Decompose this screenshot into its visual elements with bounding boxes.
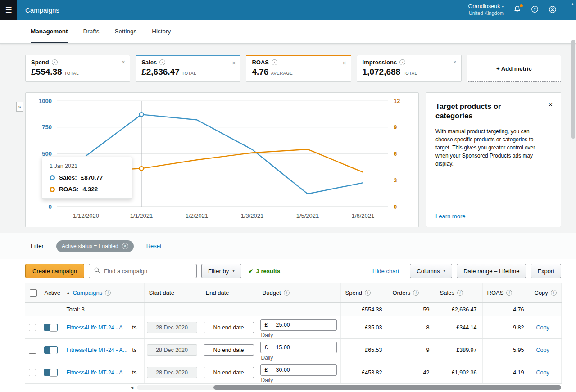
hide-chart-link[interactable]: Hide chart — [372, 268, 399, 275]
filter-by-dropdown[interactable]: Filter by ▾ — [201, 264, 241, 278]
budget-input[interactable] — [272, 367, 327, 373]
metric-card-roas: ROAS × 4.76AVERAGE — [246, 55, 351, 82]
tooltip-roas-value: 4.322 — [83, 186, 98, 193]
reset-filters-link[interactable]: Reset — [146, 243, 162, 249]
add-metric-button[interactable]: + Add metric — [467, 55, 561, 82]
tooltip-sales-row: Sales: £870.77 — [50, 174, 124, 181]
notifications-button[interactable] — [513, 5, 522, 15]
search-icon — [94, 267, 100, 275]
remove-filter-icon[interactable]: × — [122, 243, 128, 249]
budget-type: Daily — [261, 355, 340, 361]
svg-text:1/5/2021: 1/5/2021 — [296, 212, 319, 219]
close-icon[interactable]: × — [232, 59, 236, 67]
tab-management[interactable]: Management — [31, 20, 68, 43]
help-button[interactable]: ? — [531, 5, 539, 15]
profile-button[interactable] — [548, 5, 557, 15]
campaigns-table: Active ▲Campaigns Start date End date Bu… — [25, 283, 562, 384]
topbar-actions: Grandioseuk▾ United Kingdom ? — [468, 3, 576, 16]
metric-qualifier: TOTAL — [403, 71, 417, 76]
active-toggle[interactable] — [44, 346, 58, 354]
active-toggle[interactable] — [44, 369, 58, 376]
tooltip-date: 1 Jan 2021 — [50, 163, 124, 169]
metric-label: Sales — [141, 59, 157, 66]
chevron-down-icon: ▾ — [232, 269, 235, 273]
total-row: Total: 3 £554.38 59 £2,636.47 4.76 — [25, 303, 561, 316]
select-all-checkbox[interactable] — [30, 289, 37, 297]
campaign-name-link[interactable]: Fitness4Life MT-24 - A... — [62, 347, 131, 353]
info-icon — [399, 59, 405, 65]
table-header-row: Active ▲Campaigns Start date End date Bu… — [25, 283, 561, 303]
end-date-button[interactable]: No end date — [204, 344, 254, 356]
row-checkbox[interactable] — [29, 324, 36, 331]
header-campaigns[interactable]: Campaigns — [73, 289, 102, 296]
row-checkbox[interactable] — [29, 347, 36, 354]
date-range-button[interactable]: Date range – Lifetime — [457, 264, 526, 278]
row-checkbox[interactable] — [29, 369, 36, 376]
metric-value: 1,072,688 — [363, 67, 401, 77]
tooltip-roas-label: ROAS: — [59, 186, 79, 193]
copy-link[interactable]: Copy — [530, 324, 549, 331]
horizontal-scroll-thumb[interactable] — [213, 385, 561, 390]
copy-link[interactable]: Copy — [530, 347, 549, 353]
sales-series-dot-icon — [50, 175, 55, 180]
svg-text:6: 6 — [394, 150, 397, 157]
scroll-up-icon[interactable]: ▲ — [571, 2, 575, 6]
create-campaign-button[interactable]: Create campaign — [25, 264, 84, 278]
export-button[interactable]: Export — [531, 264, 561, 278]
metric-qualifier: AVERAGE — [271, 71, 293, 76]
account-switcher[interactable]: Grandioseuk▾ United Kingdom — [468, 3, 504, 16]
tab-drafts[interactable]: Drafts — [83, 20, 100, 43]
metric-card-spend: Spend × £554.38TOTAL — [25, 55, 130, 82]
header-active: Active — [45, 289, 60, 296]
active-status-filter-chip[interactable]: Active status = Enabled × — [56, 240, 134, 252]
campaign-row: Fitness4Life MT-24 - A... ts 28 Dec 2020… — [25, 316, 561, 339]
budget-input-group: £ — [260, 319, 337, 331]
metric-label: Impressions — [363, 59, 397, 66]
hamburger-menu-icon[interactable]: ☰ — [0, 0, 17, 20]
vertical-scroll-thumb[interactable] — [571, 40, 575, 139]
end-date-button[interactable]: No end date — [204, 322, 254, 333]
chevron-down-icon: ▾ — [502, 5, 504, 9]
spend-cell: £65.53 — [340, 339, 388, 361]
table-toolbar: Create campaign Filter by ▾ ✔ 3 results … — [0, 259, 576, 283]
close-icon[interactable]: × — [342, 59, 346, 67]
copy-link[interactable]: Copy — [530, 369, 549, 376]
expand-sidebar-button[interactable]: » — [16, 102, 23, 112]
orders-cell: 42 — [388, 361, 435, 384]
budget-input[interactable] — [272, 322, 327, 328]
end-date-button[interactable]: No end date — [204, 367, 254, 378]
active-toggle[interactable] — [44, 324, 58, 331]
metric-value: £554.38 — [31, 67, 62, 77]
campaign-row: Fitness4Life MT-24 - A... ts 28 Dec 2020… — [25, 339, 561, 361]
budget-input-group: £ — [260, 364, 337, 376]
total-roas: 4.76 — [482, 303, 530, 316]
campaign-name-link[interactable]: Fitness4Life MT-24 - A... — [62, 369, 131, 376]
header-roas: ROAS — [487, 289, 504, 296]
svg-text:1/1/2021: 1/1/2021 — [130, 212, 153, 219]
learn-more-link[interactable]: Learn more — [435, 213, 465, 220]
close-icon[interactable]: × — [453, 59, 457, 66]
user-icon — [548, 5, 557, 15]
tooltip-sales-value: £870.77 — [81, 174, 103, 181]
campaign-search-box — [89, 264, 197, 278]
account-name: Grandioseuk — [468, 3, 500, 9]
info-icon — [365, 290, 371, 296]
results-count: ✔ 3 results — [249, 268, 280, 275]
budget-input[interactable] — [272, 344, 327, 351]
info-icon — [413, 290, 419, 296]
campaign-name-link[interactable]: Fitness4Life MT-24 - A... — [62, 324, 131, 331]
horizontal-scroll-track[interactable] — [137, 385, 561, 390]
total-spend: £554.38 — [340, 303, 388, 316]
svg-text:1/6/2021: 1/6/2021 — [352, 212, 375, 219]
scroll-left-icon[interactable]: ◀ — [131, 386, 137, 390]
info-icon — [457, 290, 463, 296]
tab-settings[interactable]: Settings — [115, 20, 137, 43]
start-date-field: 28 Dec 2020 — [147, 322, 197, 333]
close-icon[interactable]: × — [549, 101, 553, 109]
header-budget: Budget — [263, 289, 281, 296]
svg-text:3: 3 — [394, 177, 397, 184]
columns-dropdown[interactable]: Columns ▾ — [410, 264, 452, 278]
close-icon[interactable]: × — [122, 59, 125, 66]
search-input[interactable] — [104, 268, 192, 275]
tab-history[interactable]: History — [152, 20, 171, 43]
